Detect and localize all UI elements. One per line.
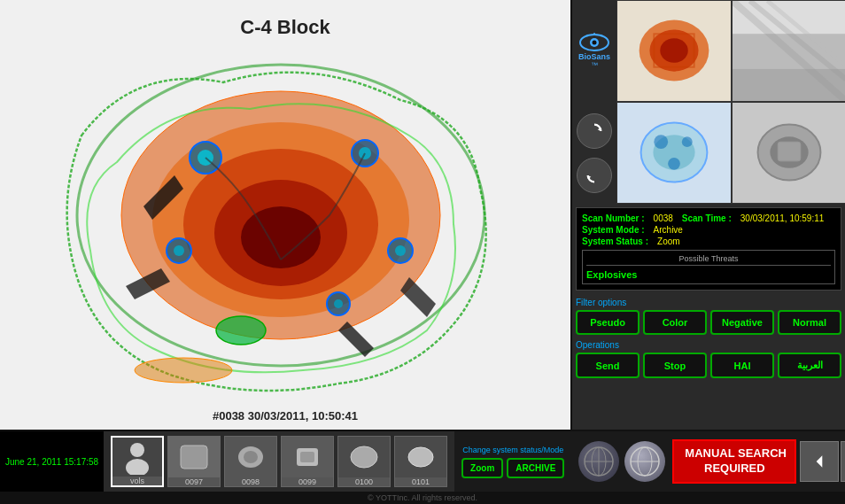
strip-label-5: 0101 — [412, 477, 430, 486]
svg-point-55 — [351, 446, 377, 468]
status-change-section: Change system status/Mode Zoom ARCHIVE — [454, 446, 571, 478]
svg-point-43 — [668, 158, 680, 170]
eye-icon — [579, 33, 609, 52]
nav-stop-button[interactable] — [841, 441, 845, 482]
hai-button[interactable]: HAI — [710, 353, 774, 378]
svg-point-20 — [593, 41, 597, 45]
svg-point-13 — [395, 245, 406, 256]
pseudo-button[interactable]: Pseudo — [576, 310, 640, 335]
strip-thumb-0[interactable]: vols — [111, 436, 164, 487]
operations-buttons: Send Stop HAI العربية — [576, 353, 841, 378]
archive-status-button[interactable]: ARCHIVE — [507, 458, 564, 478]
status-change-title: Change system status/Mode — [462, 446, 563, 454]
strip-thumb-2[interactable]: 0098 — [224, 436, 277, 487]
svg-rect-47 — [778, 142, 801, 161]
svg-rect-54 — [300, 452, 314, 462]
thumbnail-grid — [616, 0, 845, 204]
status-change-buttons: Zoom ARCHIVE — [461, 458, 564, 478]
manual-search-line2: REQUIRED — [685, 461, 784, 477]
svg-point-48 — [130, 443, 144, 457]
rotation-arrows — [572, 102, 616, 204]
globe-icon-svg — [582, 445, 616, 478]
svg-rect-50 — [181, 446, 207, 469]
arabic-button[interactable]: العربية — [778, 353, 841, 378]
svg-point-29 — [660, 38, 688, 63]
operations-section: Operations Send Stop HAI العربية — [572, 337, 845, 380]
svg-point-56 — [408, 447, 433, 467]
svg-point-16 — [216, 316, 266, 345]
operations-label: Operations — [576, 340, 841, 350]
filter-section: Filter options Pseudo Color Negative Nor… — [572, 294, 845, 337]
threat-item-explosives: Explosives — [586, 269, 831, 280]
bag-scan-svg — [28, 29, 542, 401]
logo-area: BioSans ™ — [572, 0, 616, 102]
svg-line-22 — [587, 35, 588, 36]
scan-time-value: 30/03/2011, 10:59:11 — [740, 213, 825, 223]
svg-point-52 — [244, 451, 258, 463]
svg-line-23 — [601, 35, 601, 36]
zoom-status-button[interactable]: Zoom — [461, 458, 503, 478]
strip-thumb-5[interactable]: 0101 — [394, 436, 447, 487]
filter-label: Filter options — [576, 298, 841, 307]
strip-label-1: 0097 — [185, 477, 203, 486]
svg-point-11 — [174, 245, 184, 256]
right-panel: BioSans ™ — [570, 0, 845, 430]
thumbnail-top-section: BioSans ™ — [572, 0, 845, 204]
globe-dark-icon[interactable] — [578, 441, 619, 482]
filter-buttons: Pseudo Color Negative Normal — [576, 310, 841, 335]
threats-section: Possible Threats Explosives — [582, 250, 835, 284]
negative-button[interactable]: Negative — [710, 310, 774, 335]
thumbnail-1[interactable] — [616, 0, 732, 102]
svg-point-41 — [654, 135, 668, 149]
strip-label-0: vols — [130, 477, 144, 485]
thumbnail-4[interactable] — [732, 102, 845, 204]
nav-prev-button[interactable] — [800, 441, 839, 482]
scan-timestamp: #0038 30/03/2011, 10:50:41 — [213, 409, 358, 423]
thumbnail-2[interactable] — [732, 0, 845, 102]
biosans-tm: ™ — [591, 61, 598, 69]
copyright-bar: © YOTTInc. All rights reserved. — [0, 492, 845, 504]
manual-search-banner: MANUAL SEARCH REQUIRED — [672, 439, 796, 484]
stop-button[interactable]: Stop — [643, 353, 707, 378]
strip-label-4: 0100 — [355, 477, 373, 486]
svg-point-42 — [682, 136, 693, 147]
color-button[interactable]: Color — [643, 310, 707, 335]
normal-button[interactable]: Normal — [778, 310, 841, 335]
system-status-value: Zoom — [657, 236, 680, 246]
svg-marker-64 — [817, 455, 823, 467]
navigation-arrows — [796, 441, 845, 482]
thumbnail-strip: vols 0097 0098 — [104, 431, 454, 492]
bottom-datetime: June 21, 2011 15:17:58 — [0, 431, 104, 492]
strip-thumb-3[interactable]: 0099 — [281, 436, 334, 487]
strip-label-3: 0099 — [298, 477, 316, 486]
globe-light-icon[interactable] — [624, 441, 665, 482]
manual-search-line1: MANUAL SEARCH — [685, 446, 784, 461]
bottom-bar: June 21, 2011 15:17:58 vols 0097 — [0, 430, 845, 492]
thumbnail-3[interactable] — [616, 102, 732, 204]
scan-image — [0, 0, 570, 430]
strip-thumb-1[interactable]: 0097 — [167, 436, 221, 487]
svg-point-49 — [126, 459, 149, 475]
biosans-label: BioSans — [578, 52, 610, 61]
system-mode-value: Archive — [654, 225, 683, 235]
rotate-down-button[interactable] — [577, 158, 612, 193]
send-button[interactable]: Send — [576, 353, 640, 378]
svg-point-17 — [135, 358, 232, 383]
scan-number: 0038 — [654, 213, 673, 223]
globe-light-svg — [628, 445, 662, 478]
strip-label-2: 0098 — [242, 477, 260, 486]
main-scan-area: C-4 Block — [0, 0, 570, 430]
globe-section — [571, 441, 672, 482]
person-icon — [120, 439, 155, 475]
rotate-up-button[interactable] — [577, 113, 612, 149]
strip-thumb-4[interactable]: 0100 — [337, 436, 391, 487]
info-panel: Scan Number : 0038 Scan Time : 30/03/201… — [576, 207, 841, 291]
svg-point-15 — [334, 299, 343, 308]
threats-title: Possible Threats — [586, 254, 831, 266]
